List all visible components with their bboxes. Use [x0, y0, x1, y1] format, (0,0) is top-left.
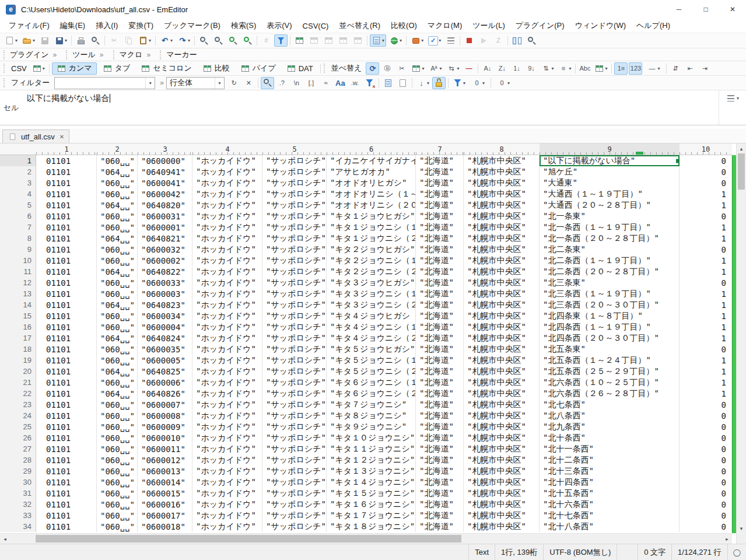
grid-cell[interactable]: "0600018"	[138, 521, 192, 532]
menu-item-8[interactable]: CSV(C)	[297, 19, 334, 32]
grid-cell[interactable]: "北二条東"	[540, 244, 680, 255]
grid-cell[interactable]: "060␣␣"	[97, 454, 138, 466]
selected-cell[interactable]: "以下に掲載がない場合"	[540, 155, 680, 166]
grid-cell[interactable]: "0600007"	[138, 399, 192, 410]
grid-cell[interactable]: "イカニケイサイガナイバアイ"	[327, 155, 416, 166]
lock-filter-button[interactable]	[432, 77, 446, 89]
grid-cell[interactable]: "旭ケ丘"	[540, 166, 680, 177]
grid-cell[interactable]: "サッポロシチ"	[262, 410, 327, 421]
toolbar-grip-icon[interactable]	[160, 50, 163, 60]
row-number[interactable]: 2	[0, 166, 36, 177]
grid-cell[interactable]: "キタ１２ジョウニシ"	[327, 454, 416, 466]
grid-cell[interactable]: "0600011"	[138, 443, 192, 454]
grid-cell[interactable]: 0	[680, 211, 732, 222]
grid-cell[interactable]: "キタ２ジョウヒガシ"	[327, 244, 416, 255]
horizontal-scroll-thumb[interactable]	[36, 535, 461, 542]
grid-cell[interactable]: 0	[680, 432, 732, 443]
row-number[interactable]: 28	[0, 454, 36, 466]
grid-cell[interactable]: "北三条西（２０～３０丁目）"	[540, 299, 680, 310]
row-number[interactable]: 17	[0, 332, 36, 344]
csv-mode-比較[interactable]: 比較	[198, 62, 234, 75]
grid-cell[interactable]: "北九条西"	[540, 421, 680, 432]
grid-cell[interactable]: "札幌市中央区"	[464, 510, 540, 521]
grid-cell[interactable]: "ホッカイドウ"	[192, 211, 262, 222]
grid-cell[interactable]: "ホッカイドウ"	[192, 399, 262, 410]
grid-cell[interactable]: "サッポロシチ"	[262, 421, 327, 432]
grid-cell[interactable]: "0600016"	[138, 499, 192, 510]
overflow-chevron[interactable]: »	[160, 79, 164, 87]
row-number[interactable]: 14	[0, 299, 36, 310]
grid-cell[interactable]: 01101	[36, 288, 97, 299]
redo-button[interactable]: ↷▾	[176, 34, 192, 47]
grid-cell[interactable]: "0600010"	[138, 432, 192, 443]
grid-cell[interactable]: 01101	[36, 188, 97, 200]
regex-button[interactable]: .?	[275, 77, 289, 89]
grid-cell[interactable]: 1	[680, 321, 732, 332]
grid-cell[interactable]: "大通西（２０～２８丁目）"	[540, 200, 680, 211]
fuzzy-match-button[interactable]: ≈	[319, 77, 332, 89]
grid-cell[interactable]: "キタ５ジョウニシ（２５～２９チョウメ）"	[327, 366, 416, 377]
grid-cell[interactable]: "北八条西"	[540, 410, 680, 421]
multi-sort-button[interactable]: ⇅▾	[539, 62, 555, 75]
grid-cell[interactable]: "札幌市中央区"	[464, 299, 540, 310]
grid-cell[interactable]: "北四条西（２０～３０丁目）"	[540, 332, 680, 344]
sort-number-ascending-button[interactable]: 1↓	[510, 62, 523, 75]
grid-cell[interactable]: 01101	[36, 488, 97, 499]
grid-cell[interactable]: "064␣␣"	[97, 366, 138, 377]
grid-cell[interactable]: "060␣␣"	[97, 443, 138, 454]
row-number[interactable]: 33	[0, 510, 36, 521]
grid-cell[interactable]: "サッポロシチ"	[262, 510, 327, 521]
grid-cell[interactable]: "札幌市中央区"	[464, 321, 540, 332]
grid-cell[interactable]: "0600009"	[138, 421, 192, 432]
grid-cell[interactable]: "サッポロシチ"	[262, 166, 327, 177]
grid-cell[interactable]: "オオドオリニシ（２０～２８チョウメ）"	[327, 200, 416, 211]
grid-cell[interactable]: "サッポロシチ"	[262, 310, 327, 321]
grid-cell[interactable]: 01101	[36, 432, 97, 443]
menu-item-10[interactable]: 比較(O)	[386, 19, 422, 32]
row-number[interactable]: 34	[0, 521, 36, 532]
status-item-1[interactable]: Text	[468, 544, 495, 560]
paste-button[interactable]: ▾	[136, 34, 153, 47]
filter-level-spinner[interactable]: 0▾	[468, 77, 488, 89]
grid-cell[interactable]: 01101	[36, 388, 97, 399]
minimize-button[interactable]: ─	[666, 0, 692, 19]
filter-document-button[interactable]	[396, 77, 409, 89]
word-match-button[interactable]: [.]	[304, 77, 318, 89]
grid-cell[interactable]: "064␣␣"	[97, 266, 138, 277]
grid-cell[interactable]: "キタ１６ジョウニシ"	[327, 499, 416, 510]
vertical-scroll-track[interactable]	[737, 190, 746, 523]
row-number[interactable]: 8	[0, 233, 36, 244]
grid-cell[interactable]: 01101	[36, 211, 97, 222]
grid-cell[interactable]: 0	[680, 277, 732, 288]
grid-cell[interactable]: "0640821"	[138, 233, 192, 244]
grid-cell[interactable]: 01101	[36, 244, 97, 255]
row-number[interactable]: 31	[0, 488, 36, 499]
grid-cell[interactable]: "北二条西（１～１９丁目）"	[540, 255, 680, 266]
grid-cell[interactable]: "北海道"	[416, 299, 464, 310]
csv-mode-menu-button[interactable]: ▾	[30, 62, 47, 75]
grid-cell[interactable]: 01101	[36, 277, 97, 288]
row-number[interactable]: 7	[0, 222, 36, 233]
grid-cell[interactable]: "060␣␣"	[97, 211, 138, 222]
grid-cell[interactable]: "060␣␣"	[97, 499, 138, 510]
menu-item-7[interactable]: 表示(V)	[261, 19, 297, 32]
grid-cell[interactable]: "北海道"	[416, 233, 464, 244]
grid-cell[interactable]: "0640826"	[138, 388, 192, 399]
grid-cell[interactable]: "060␣␣"	[97, 177, 138, 188]
grid-cell[interactable]: "北海道"	[416, 399, 464, 410]
filter-refresh-button[interactable]: ↻	[227, 77, 241, 89]
vertical-scrollbar[interactable]: ▴ ▾	[736, 144, 746, 544]
csv-options-button[interactable]: ▾	[370, 34, 386, 47]
open-file-button[interactable]: ▾	[20, 34, 37, 47]
scroll-left-button[interactable]: ◂	[0, 534, 10, 544]
grid-cell[interactable]: "北海道"	[416, 321, 464, 332]
row-number[interactable]: 26	[0, 432, 36, 443]
grid-cell[interactable]: 0	[680, 244, 732, 255]
grid-cell[interactable]: "キタ３ジョウニシ（１～１９チョウメ）"	[327, 288, 416, 299]
status-item-2[interactable]: 1行, 139桁	[495, 544, 543, 560]
csv-mode-セミコロン[interactable]: セミコロン	[136, 62, 197, 75]
grid-cell[interactable]: "0600015"	[138, 488, 192, 499]
outline-button[interactable]	[444, 34, 457, 47]
vertical-scroll-thumb[interactable]	[738, 153, 745, 190]
row-number[interactable]: 3	[0, 177, 36, 188]
